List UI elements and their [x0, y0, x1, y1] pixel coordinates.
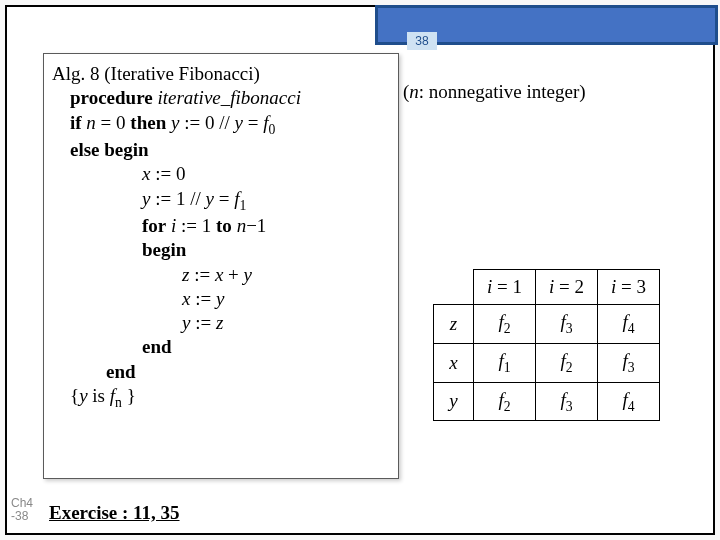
- cell-z-2: f3: [536, 305, 598, 344]
- trace-table: i = 1 i = 2 i = 3 z f2 f3 f4 x f1 f2 f3 …: [433, 269, 660, 421]
- page-number: 38: [407, 32, 437, 50]
- post-is: is: [88, 385, 110, 406]
- cell-z-3: f4: [598, 305, 660, 344]
- for-var: i: [166, 215, 176, 236]
- kw-begin: begin: [142, 239, 186, 260]
- kw-then: then: [130, 112, 166, 133]
- kw-procedure: procedure: [70, 87, 153, 108]
- col-i3: i = 3: [598, 270, 660, 305]
- algorithm-box: Alg. 8 (Iterative Fibonacci) procedure i…: [43, 53, 399, 479]
- proc-name: iterative_fibonacci: [157, 87, 301, 108]
- cell-x-2: f2: [536, 343, 598, 382]
- x0-rest: := 0: [150, 163, 185, 184]
- kw-to: to: [216, 215, 232, 236]
- col-i1: i = 1: [474, 270, 536, 305]
- alg-title: Alg. 8 (Iterative Fibonacci): [52, 63, 260, 84]
- yz-assign: :=: [190, 312, 216, 333]
- then-yc: y: [234, 112, 242, 133]
- then-assign: := 0 //: [179, 112, 234, 133]
- algorithm-text: Alg. 8 (Iterative Fibonacci) procedure i…: [52, 62, 398, 411]
- if-var: n: [86, 112, 96, 133]
- y1-rest: := 1 //: [150, 188, 205, 209]
- kw-else-begin: else begin: [70, 139, 149, 160]
- y1-yc: y: [206, 188, 214, 209]
- exercise-label: Exercise : 11, 35: [49, 502, 180, 524]
- z-y: y: [244, 264, 252, 285]
- chapter-tag: Ch4-38: [11, 497, 33, 523]
- post-sub: n: [115, 395, 122, 410]
- kw-end-inner: end: [142, 336, 172, 357]
- kw-for: for: [142, 215, 166, 236]
- yz-z: z: [216, 312, 223, 333]
- xy-y: y: [216, 288, 224, 309]
- slide-frame: 38 Alg. 8 (Iterative Fibonacci) procedur…: [5, 5, 715, 535]
- post-open: {: [70, 385, 79, 406]
- z-plus: +: [223, 264, 243, 285]
- for-minus1: −1: [246, 215, 266, 236]
- z-assign: :=: [189, 264, 215, 285]
- cell-x-1: f1: [474, 343, 536, 382]
- row-y: y: [434, 382, 474, 421]
- for-n: n: [232, 215, 246, 236]
- cell-z-1: f2: [474, 305, 536, 344]
- then-sub: 0: [268, 121, 275, 136]
- cell-x-3: f3: [598, 343, 660, 382]
- post-y: y: [79, 385, 87, 406]
- y1-eq: =: [214, 188, 234, 209]
- for-mid: := 1: [176, 215, 216, 236]
- if-rest: = 0: [96, 112, 130, 133]
- xy-assign: :=: [190, 288, 216, 309]
- cell-y-1: f2: [474, 382, 536, 421]
- then-eq: =: [243, 112, 263, 133]
- table-corner: [434, 270, 474, 305]
- row-z: z: [434, 305, 474, 344]
- cell-y-2: f3: [536, 382, 598, 421]
- kw-if: if: [70, 112, 82, 133]
- cell-y-3: f4: [598, 382, 660, 421]
- col-i2: i = 2: [536, 270, 598, 305]
- post-close: }: [122, 385, 136, 406]
- row-x: x: [434, 343, 474, 382]
- proc-args-overflow: (n: nonnegative integer): [403, 81, 586, 103]
- y1-sub: 1: [239, 197, 246, 212]
- kw-end-outer: end: [106, 361, 136, 382]
